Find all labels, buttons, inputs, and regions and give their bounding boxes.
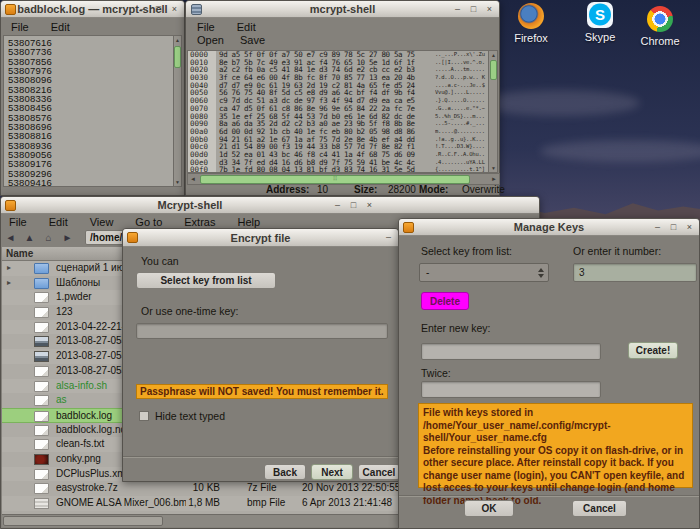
scroll-up-icon[interactable]: ▲ xyxy=(490,52,497,58)
encrypt-dialog-titlebar[interactable]: Encrypt file – xyxy=(123,229,398,247)
scrollbar-thumb[interactable] xyxy=(490,60,497,80)
hex-window-titlebar[interactable]: mcrypt-shell – □ × xyxy=(186,1,499,18)
select-key-from-list-button[interactable]: Select key from list xyxy=(136,272,276,289)
open-button[interactable]: Open xyxy=(197,34,224,49)
scroll-down-icon[interactable]: ▼ xyxy=(174,179,181,185)
close-icon[interactable]: × xyxy=(364,199,375,211)
hex-vertical-scrollbar[interactable]: ▲ ▼ xyxy=(488,50,498,173)
home-icon[interactable]: ⌂ xyxy=(39,230,58,246)
scroll-up-icon[interactable]: ▲ xyxy=(174,37,181,43)
hex-row[interactable]: 00c021 d1 54 89 00 f3 19 44 33 b8 57 7d … xyxy=(188,143,489,151)
ok-button[interactable]: OK xyxy=(464,500,514,517)
menu-extras[interactable]: Extras xyxy=(184,216,215,228)
cancel-button[interactable]: Cancel xyxy=(572,500,627,517)
maximize-icon[interactable]: □ xyxy=(153,3,164,15)
minimize-icon[interactable]: – xyxy=(137,3,148,15)
menu-goto[interactable]: Go to xyxy=(135,216,162,228)
hex-bytes[interactable]: 21 d1 54 89 00 f3 19 44 33 b8 57 7d 7f 8… xyxy=(216,143,435,151)
hex-bytes[interactable]: 35 1e ef 25 68 5f 44 53 7d b0 e6 1e 6d 8… xyxy=(216,113,435,121)
hex-bytes[interactable]: 56 76 75 40 8f 5d c5 e8 d9 a6 4c bf f4 d… xyxy=(216,89,435,97)
scrollbar-thumb[interactable] xyxy=(3,516,163,526)
hex-row[interactable]: 00108e b7 5b 7c 49 e3 91 ac f4 76 65 10 … xyxy=(188,59,489,67)
hex-row[interactable]: 00f07b 1e fd 80 08 04 13 81 bf d3 83 74 … xyxy=(188,166,489,173)
log-line: 53809416 xyxy=(8,178,174,187)
hex-row[interactable]: 00a06d 00 0d 92 1b cb 40 1e fc eb 80 b2 … xyxy=(188,128,489,136)
close-icon[interactable]: × xyxy=(169,3,180,15)
one-time-key-input[interactable] xyxy=(136,323,388,339)
spinner-icon[interactable] xyxy=(538,268,544,278)
twice-input[interactable] xyxy=(421,381,601,398)
menu-help[interactable]: Help xyxy=(237,216,260,228)
hex-row[interactable]: 00009d a5 5f 0f 0f a7 50 e7 c9 89 78 5c … xyxy=(188,51,489,59)
log-line-list[interactable]: 5380761653807736538078565380797653808096… xyxy=(3,35,175,187)
hex-row[interactable]: 00e0d3 34 7f ed d4 16 d6 b8 d9 7f 75 59 … xyxy=(188,159,489,167)
hex-bytes[interactable]: d3 34 7f ed d4 16 d6 b8 d9 7f 75 59 41 b… xyxy=(216,159,435,167)
hex-row[interactable]: 00b094 21 61 a2 1e 67 1a af 75 7d 2e 8e … xyxy=(188,136,489,144)
cancel-button[interactable]: Cancel xyxy=(358,464,400,480)
hex-row[interactable]: 00908a a6 da 35 2d d2 c2 b3 a0 ae 23 9b … xyxy=(188,120,489,128)
back-button[interactable]: Back xyxy=(264,464,306,480)
expander-icon[interactable]: ▸ xyxy=(7,261,11,276)
hex-row[interactable]: 00303f ce 64 e6 00 4f 8b fc 8f 70 85 77 … xyxy=(188,74,489,82)
forward-icon[interactable]: ► xyxy=(58,230,77,246)
minimize-icon[interactable]: – xyxy=(452,3,463,15)
minimize-icon[interactable]: – xyxy=(383,231,394,243)
scrollbar-thumb[interactable] xyxy=(174,46,181,68)
hex-bytes[interactable]: d7 d7 e9 0c 61 19 63 2d 19 c2 81 4a 65 f… xyxy=(216,82,435,90)
hex-bytes[interactable]: 94 21 61 a2 1e 67 1a af 75 7d 2e 8e 4b e… xyxy=(216,136,435,144)
hide-text-checkbox[interactable] xyxy=(139,411,149,421)
hex-row[interactable]: 0040d7 d7 e9 0c 61 19 63 2d 19 c2 81 4a … xyxy=(188,82,489,90)
hex-bytes[interactable]: c9 7d dc 51 a3 dc de 97 f3 4f 94 d7 d9 e… xyxy=(216,97,435,105)
maximize-icon[interactable]: □ xyxy=(468,3,479,15)
hex-row[interactable]: 0070ca 47 d5 0f 61 c8 86 8e 96 9e 65 84 … xyxy=(188,105,489,113)
hex-bytes[interactable]: a2 c2 fb 0a c5 41 84 1e d3 74 6d e2 cb c… xyxy=(216,66,435,74)
menu-view[interactable]: View xyxy=(90,216,114,228)
hex-bytes[interactable]: 8a a6 da 35 2d d2 c2 b3 a0 ae 23 9b 5f f… xyxy=(216,120,435,128)
back-icon[interactable]: ◄ xyxy=(1,230,20,246)
hex-grid[interactable]: 00009d a5 5f 0f 0f a7 50 e7 c9 89 78 5c … xyxy=(187,50,490,173)
hex-row[interactable]: 0060c9 7d dc 51 a3 dc de 97 f3 4f 94 d7 … xyxy=(188,97,489,105)
save-button[interactable]: Save xyxy=(240,34,265,49)
size-value: 28200 xyxy=(388,184,416,195)
menu-file[interactable]: File xyxy=(197,21,215,33)
hex-row[interactable]: 0020a2 c2 fb 0a c5 41 84 1e d3 74 6d e2 … xyxy=(188,66,489,74)
manage-keys-titlebar[interactable]: Manage Keys – □ × xyxy=(399,219,699,236)
menu-file[interactable]: File xyxy=(9,216,27,228)
delete-button[interactable]: Delete xyxy=(421,292,469,310)
menu-edit[interactable]: Edit xyxy=(49,216,68,228)
encrypt-file-dialog: Encrypt file – You can Select key from l… xyxy=(122,228,399,482)
hex-bytes[interactable]: 9d a5 5f 0f 0f a7 50 e7 c9 89 78 5c 27 8… xyxy=(216,51,435,59)
hex-bytes[interactable]: ca 47 d5 0f 61 c8 86 8e 96 9e 65 84 22 2… xyxy=(216,105,435,113)
next-button[interactable]: Next xyxy=(311,464,353,480)
hex-row[interactable]: 008035 1e ef 25 68 5f 44 53 7d b0 e6 1e … xyxy=(188,113,489,121)
key-number-input[interactable]: 3 xyxy=(573,263,697,282)
minimize-icon[interactable]: – xyxy=(652,221,663,233)
file-manager-titlebar[interactable]: Mcrypt-shell – □ × xyxy=(1,197,539,214)
key-select-combobox[interactable]: - xyxy=(419,263,549,282)
hex-bytes[interactable]: 3f ce 64 e6 00 4f 8b fc 8f 70 85 77 13 e… xyxy=(216,74,435,82)
scroll-down-icon[interactable]: ▼ xyxy=(490,165,497,171)
hex-row[interactable]: 00d01d 52 ea 01 43 bc 46 f8 c4 41 1a 4f … xyxy=(188,151,489,159)
new-key-input[interactable] xyxy=(421,343,601,360)
hex-row[interactable]: 005056 76 75 40 8f 5d c5 e8 d9 a6 4c bf … xyxy=(188,89,489,97)
hex-bytes[interactable]: 7b 1e fd 80 08 04 13 81 bf d3 83 74 16 3… xyxy=(216,166,435,173)
menu-edit[interactable]: Edit xyxy=(237,21,256,33)
log-vertical-scrollbar[interactable]: ▲ ▼ xyxy=(173,35,182,187)
menu-file[interactable]: File xyxy=(11,21,29,33)
maximize-icon[interactable]: □ xyxy=(668,221,679,233)
close-icon[interactable]: × xyxy=(484,3,495,15)
hex-bytes[interactable]: 1d 52 ea 01 43 bc 46 f8 c4 41 1a 4f 68 7… xyxy=(216,151,435,159)
log-window-titlebar[interactable]: badblock.log — mcrypt-shell – □ × xyxy=(1,1,184,18)
up-icon[interactable]: ▲ xyxy=(20,230,39,246)
minimize-icon[interactable]: – xyxy=(332,199,343,211)
desktop-icon-chrome[interactable]: Chrome xyxy=(632,6,688,47)
desktop-icon-skype[interactable]: Skype xyxy=(572,2,628,43)
menu-edit[interactable]: Edit xyxy=(51,21,70,33)
maximize-icon[interactable]: □ xyxy=(348,199,359,211)
close-icon[interactable]: × xyxy=(684,221,695,233)
expander-icon[interactable]: ▸ xyxy=(7,276,11,291)
hex-bytes[interactable]: 6d 00 0d 92 1b cb 40 1e fc eb 80 b2 05 9… xyxy=(216,128,435,136)
hex-bytes[interactable]: 8e b7 5b 7c 49 e3 91 ac f4 76 65 10 5e 1… xyxy=(216,59,435,67)
desktop-icon-firefox[interactable]: Firefox xyxy=(503,3,559,44)
create-button[interactable]: Create! xyxy=(628,342,678,359)
